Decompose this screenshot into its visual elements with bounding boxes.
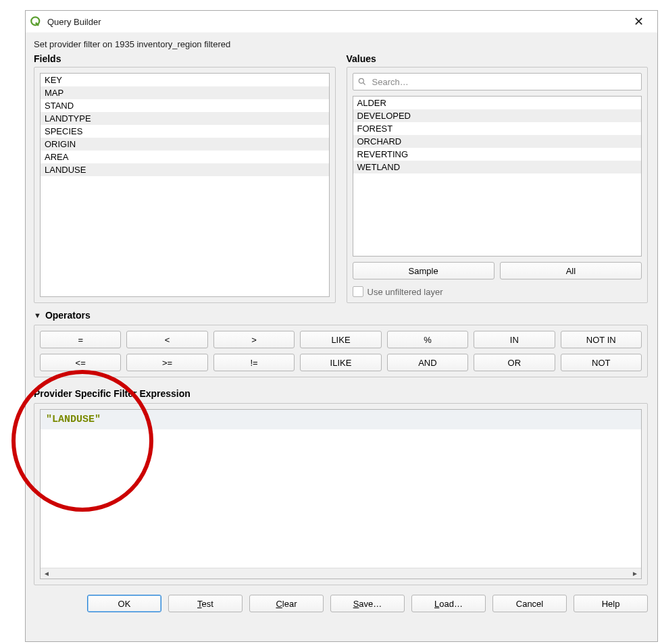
list-item[interactable]: KEY [41, 74, 329, 86]
operator-button[interactable]: > [213, 331, 295, 348]
list-item[interactable]: REVERTING [353, 148, 642, 161]
list-item[interactable]: ORCHARD [353, 135, 642, 148]
list-item[interactable]: LANDTYPE [41, 112, 329, 125]
fields-column: Fields KEYMAPSTANDLANDTYPESPECIESORIGINA… [34, 53, 336, 303]
expression-label: Provider Specific Filter Expression [34, 388, 648, 399]
sample-button[interactable]: Sample [353, 262, 494, 279]
list-item[interactable]: DEVELOPED [353, 109, 642, 122]
dialog-buttons: OK Test Clear Save… Load… Cancel Help [34, 595, 648, 612]
operators-grid: =<>LIKE%INNOT IN<=>=!=ILIKEANDORNOT [34, 325, 648, 377]
close-icon[interactable]: ✕ [625, 14, 652, 29]
operators-header[interactable]: ▼ Operators [34, 310, 648, 321]
operator-button[interactable]: LIKE [300, 331, 381, 348]
values-column: Values ALDERDEVELOPEDFORESTORCHARDREVERT… [347, 53, 649, 303]
list-item[interactable]: STAND [41, 99, 329, 112]
titlebar: Query Builder ✕ [26, 11, 657, 32]
values-listbox[interactable]: ALDERDEVELOPEDFORESTORCHARDREVERTINGWETL… [353, 96, 642, 257]
window-title: Query Builder [47, 17, 625, 27]
expression-textarea[interactable]: "LANDUSE" ◄ ► [40, 409, 642, 579]
scroll-right-icon[interactable]: ► [630, 570, 640, 577]
save-button[interactable]: Save… [330, 595, 405, 612]
operator-button[interactable]: < [126, 331, 207, 348]
expression-hscrollbar[interactable]: ◄ ► [41, 568, 641, 579]
operator-button[interactable]: <= [40, 354, 121, 371]
list-item[interactable]: ORIGIN [41, 138, 329, 151]
list-item[interactable]: LANDUSE [41, 163, 329, 176]
fields-listbox[interactable]: KEYMAPSTANDLANDTYPESPECIESORIGINAREALAND… [40, 73, 330, 297]
svg-line-3 [363, 83, 365, 85]
fields-label: Fields [34, 53, 336, 64]
search-icon [357, 77, 367, 86]
qgis-icon [30, 16, 42, 28]
list-item[interactable]: MAP [41, 86, 329, 99]
operator-button[interactable]: AND [387, 354, 468, 371]
operator-button[interactable]: >= [126, 354, 207, 371]
operator-button[interactable]: IN [474, 331, 555, 348]
operator-button[interactable]: = [40, 331, 121, 348]
list-item[interactable]: SPECIES [41, 125, 329, 138]
svg-point-2 [359, 78, 363, 83]
filter-description: Set provider filter on 1935 inventory_re… [34, 39, 648, 49]
values-panel: ALDERDEVELOPEDFORESTORCHARDREVERTINGWETL… [347, 67, 649, 303]
list-item[interactable]: WETLAND [353, 161, 642, 173]
top-row: Fields KEYMAPSTANDLANDTYPESPECIESORIGINA… [34, 53, 648, 303]
scroll-left-icon[interactable]: ◄ [42, 570, 51, 577]
list-item[interactable]: AREA [41, 151, 329, 163]
clear-button[interactable]: Clear [249, 595, 324, 612]
query-builder-window: Query Builder ✕ Set provider filter on 1… [25, 10, 658, 642]
values-search-input[interactable] [371, 76, 638, 88]
operator-button[interactable]: % [387, 331, 468, 348]
unfiltered-checkbox-row[interactable]: Use unfiltered layer [353, 285, 642, 297]
operators-label: Operators [45, 310, 91, 321]
values-search[interactable] [353, 73, 642, 90]
operator-button[interactable]: NOT [561, 354, 642, 371]
unfiltered-checkbox[interactable] [353, 286, 363, 297]
operator-button[interactable]: NOT IN [561, 331, 642, 348]
load-button[interactable]: Load… [411, 595, 486, 612]
ok-button[interactable]: OK [87, 595, 161, 612]
content-area: Set provider filter on 1935 inventory_re… [26, 32, 657, 641]
expression-panel: "LANDUSE" ◄ ► [34, 403, 648, 585]
fields-panel: KEYMAPSTANDLANDTYPESPECIESORIGINAREALAND… [34, 67, 336, 303]
help-button[interactable]: Help [574, 595, 648, 612]
operator-button[interactable]: ILIKE [300, 354, 381, 371]
cancel-button[interactable]: Cancel [492, 595, 567, 612]
list-item[interactable]: ALDER [353, 97, 642, 109]
values-buttons: Sample All [353, 262, 642, 279]
unfiltered-label: Use unfiltered layer [367, 287, 443, 297]
operator-button[interactable]: != [213, 354, 295, 371]
test-button[interactable]: Test [168, 595, 243, 612]
all-button[interactable]: All [500, 262, 642, 279]
operator-button[interactable]: OR [474, 354, 555, 371]
values-label: Values [347, 53, 649, 64]
list-item[interactable]: FOREST [353, 122, 642, 135]
left-gutter [0, 0, 25, 644]
expression-content: "LANDUSE" [41, 410, 641, 429]
collapse-triangle-icon[interactable]: ▼ [34, 311, 41, 319]
